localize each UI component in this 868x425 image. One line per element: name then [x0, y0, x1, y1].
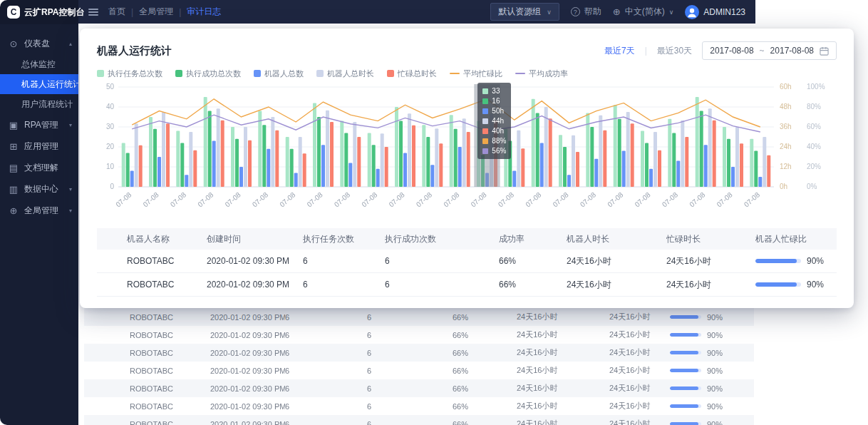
bar[interactable] [130, 171, 134, 187]
bar[interactable] [454, 129, 458, 187]
bar[interactable] [631, 123, 634, 187]
bar[interactable] [122, 143, 125, 187]
sidebar-item-app-management[interactable]: ⊞ 应用管理 [0, 135, 78, 157]
user-menu[interactable]: ADMIN123 [685, 5, 745, 19]
bar[interactable] [700, 111, 703, 187]
bar[interactable] [594, 159, 598, 187]
bar[interactable] [536, 113, 539, 187]
resource-group-dropdown[interactable]: 默认资源组 ∨ [490, 3, 559, 21]
bar[interactable] [372, 145, 376, 187]
bar[interactable] [767, 155, 770, 187]
bar[interactable] [426, 137, 430, 187]
bar[interactable] [368, 133, 371, 187]
bar[interactable] [599, 116, 602, 187]
bar[interactable] [658, 150, 661, 187]
legend-item-1[interactable]: 执行任务总次数 [97, 68, 162, 79]
bar[interactable] [758, 177, 762, 187]
bar[interactable] [321, 145, 325, 187]
bar[interactable] [727, 139, 730, 187]
bar[interactable] [248, 140, 252, 187]
breadcrumb-home[interactable]: 首页 [108, 6, 125, 18]
bar[interactable] [439, 143, 443, 187]
bar[interactable] [430, 165, 434, 187]
bar[interactable] [590, 127, 594, 187]
bar[interactable] [576, 152, 579, 187]
bar[interactable] [723, 127, 726, 187]
bar[interactable] [313, 103, 316, 187]
bar[interactable] [348, 163, 352, 187]
bar[interactable] [676, 161, 680, 187]
chart-area[interactable]: 010203040500h12h24h36h48h60h0%20%40%60%8… [97, 83, 837, 222]
bar[interactable] [221, 121, 224, 187]
bar[interactable] [517, 130, 520, 187]
bar[interactable] [668, 119, 671, 187]
bar[interactable] [685, 137, 688, 187]
bar[interactable] [381, 133, 384, 187]
bar[interactable] [704, 145, 708, 187]
bar[interactable] [166, 123, 170, 187]
legend-item-3[interactable]: 机器人总数 [254, 68, 304, 79]
bar[interactable] [317, 117, 321, 187]
bar[interactable] [618, 119, 621, 187]
tab-last-30-days[interactable]: 最近30天 [657, 45, 692, 57]
bar[interactable] [645, 143, 649, 187]
sidebar-subitem-overall-monitor[interactable]: 总体监控 [0, 54, 78, 74]
legend-item-4[interactable]: 机器人总时长 [316, 68, 374, 79]
menu-fold-icon[interactable] [88, 0, 98, 24]
bar[interactable] [204, 97, 207, 187]
bar[interactable] [299, 137, 302, 187]
tab-last-7-days[interactable]: 最近7天 [604, 45, 635, 57]
bar[interactable] [294, 173, 298, 187]
bar[interactable] [153, 129, 157, 187]
bar[interactable] [149, 117, 153, 187]
bar[interactable] [708, 108, 712, 187]
bar[interactable] [532, 99, 535, 187]
bar[interactable] [275, 130, 279, 187]
sidebar-item-global-management[interactable]: ⊕ 全局管理 ▾ [0, 200, 78, 221]
date-range-picker[interactable]: 2017-08-08 ~ 2017-08-08 [702, 41, 837, 60]
sidebar-item-data-center[interactable]: ▥ 数据中心 ▾ [0, 178, 78, 200]
legend-item-6[interactable]: 平均忙碌比 [450, 68, 502, 79]
bar[interactable] [267, 149, 270, 187]
bar[interactable] [735, 127, 739, 187]
app-logo[interactable]: C 云扩RPA控制台 [0, 0, 78, 24]
bar[interactable] [567, 175, 571, 187]
bar[interactable] [357, 137, 361, 187]
bar[interactable] [376, 169, 380, 187]
legend-item-5[interactable]: 忙碌总时长 [387, 68, 437, 79]
bar[interactable] [681, 121, 684, 187]
bar[interactable] [740, 143, 743, 187]
bar[interactable] [750, 139, 753, 187]
bar[interactable] [262, 125, 266, 187]
sidebar-item-document-understanding[interactable]: ▤ 文档理解 [0, 157, 78, 178]
bar[interactable] [353, 122, 356, 187]
legend-item-7[interactable]: 平均成功率 [515, 68, 568, 79]
bar[interactable] [403, 153, 407, 187]
sidebar-subitem-user-flow-stats[interactable]: 用户流程统计 [0, 94, 78, 114]
bar[interactable] [126, 153, 130, 187]
robot-stats-chart[interactable]: 010203040500h12h24h36h48h60h0%20%40%60%8… [97, 83, 836, 222]
bar[interactable] [572, 135, 575, 187]
bar[interactable] [408, 113, 411, 187]
legend-item-2[interactable]: 执行成功总次数 [175, 68, 241, 79]
bar[interactable] [603, 130, 606, 187]
bar[interactable] [754, 151, 758, 187]
breadcrumb-audit-log[interactable]: 审计日志 [187, 6, 221, 18]
bar[interactable] [185, 175, 188, 187]
bar[interactable] [162, 112, 165, 187]
bar[interactable] [326, 111, 329, 187]
bar[interactable] [731, 167, 735, 187]
bar[interactable] [139, 145, 143, 187]
bar[interactable] [399, 121, 403, 187]
bar[interactable] [521, 148, 525, 187]
bar[interactable] [563, 147, 567, 187]
bar[interactable] [231, 127, 234, 187]
bar[interactable] [540, 143, 544, 187]
sidebar-item-rpa-management[interactable]: ▣ RPA管理 ▾ [0, 114, 78, 135]
bar[interactable] [212, 141, 216, 187]
bar[interactable] [458, 147, 462, 187]
bar[interactable] [713, 121, 716, 187]
bar[interactable] [653, 132, 657, 187]
bar[interactable] [395, 107, 398, 187]
bar[interactable] [258, 111, 262, 187]
